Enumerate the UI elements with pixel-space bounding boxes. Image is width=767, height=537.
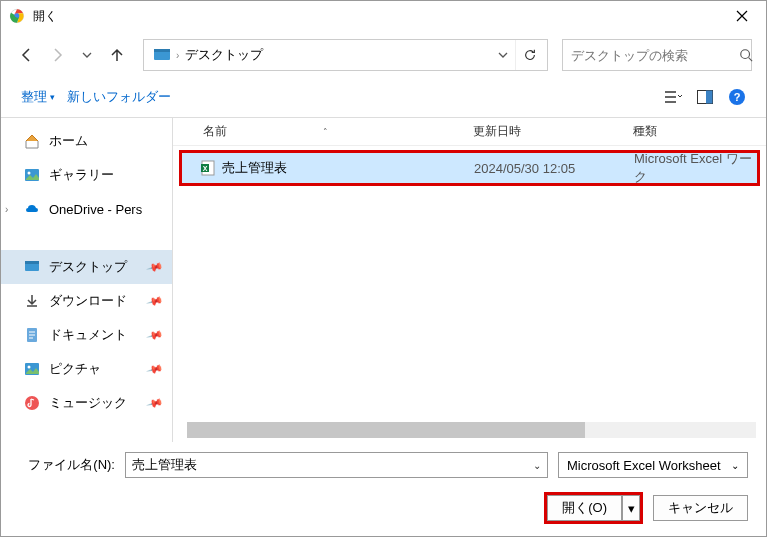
refresh-button[interactable] — [515, 40, 543, 70]
chevron-down-icon[interactable]: ⌄ — [533, 460, 541, 471]
desktop-icon — [23, 258, 41, 276]
search-icon — [739, 48, 753, 62]
sidebar-item-home[interactable]: ホーム — [1, 124, 172, 158]
svg-rect-12 — [25, 261, 39, 264]
filename-value: 売上管理表 — [132, 456, 197, 474]
nav-row: › デスクトップ — [1, 31, 766, 79]
documents-icon — [23, 326, 41, 344]
sidebar-label: ピクチャ — [49, 360, 101, 378]
downloads-icon — [23, 292, 41, 310]
sidebar-label: ミュージック — [49, 394, 127, 412]
highlight-annotation: X 売上管理表 2024/05/30 12:05 Microsoft Excel… — [179, 150, 760, 186]
search-input[interactable] — [571, 48, 739, 63]
pin-icon: 📌 — [146, 258, 165, 276]
titlebar: 開く — [1, 1, 766, 31]
toolbar: 整理▾ 新しいフォルダー ? — [1, 79, 766, 118]
open-button[interactable]: 開く(O) — [547, 495, 622, 521]
filename-label: ファイル名(N): — [19, 456, 115, 474]
view-menu[interactable] — [658, 83, 688, 111]
svg-text:X: X — [203, 165, 208, 172]
file-list[interactable]: X 売上管理表 2024/05/30 12:05 Microsoft Excel… — [173, 146, 766, 416]
back-button[interactable] — [15, 43, 39, 67]
recent-dropdown[interactable] — [75, 43, 99, 67]
sidebar: ホーム ギャラリー › OneDrive - Pers デスクトップ 📌 ダウン… — [1, 118, 173, 442]
sidebar-item-onedrive[interactable]: › OneDrive - Pers — [1, 192, 172, 226]
up-button[interactable] — [105, 43, 129, 67]
open-dialog: 開く › デスクトップ 整理▾ 新しいフォルダー ? — [0, 0, 767, 537]
chevron-down-icon[interactable]: ⌄ — [731, 460, 739, 471]
sidebar-label: ダウンロード — [49, 292, 127, 310]
new-folder-button[interactable]: 新しいフォルダー — [61, 84, 177, 110]
sidebar-item-desktop[interactable]: デスクトップ 📌 — [1, 250, 172, 284]
pin-icon: 📌 — [146, 326, 165, 344]
horizontal-scrollbar[interactable] — [187, 422, 756, 438]
search-box[interactable] — [562, 39, 752, 71]
sidebar-item-pictures[interactable]: ピクチャ 📌 — [1, 352, 172, 386]
breadcrumb[interactable]: デスクトップ — [179, 46, 269, 64]
column-headers: 名前˄ 更新日時 種類 — [173, 118, 766, 146]
excel-icon: X — [200, 160, 216, 176]
column-name[interactable]: 名前˄ — [173, 123, 473, 140]
bottom-panel: ファイル名(N): 売上管理表 ⌄ Microsoft Excel Worksh… — [1, 442, 766, 536]
sort-icon: ˄ — [323, 127, 328, 137]
expand-icon[interactable]: › — [5, 204, 8, 215]
file-pane: 名前˄ 更新日時 種類 X 売上管理表 2024/05/30 12:05 Mic… — [173, 118, 766, 442]
scrollbar-thumb[interactable] — [187, 422, 585, 438]
column-type[interactable]: 種類 — [633, 123, 766, 140]
cancel-button[interactable]: キャンセル — [653, 495, 748, 521]
svg-rect-3 — [154, 49, 170, 52]
sidebar-item-documents[interactable]: ドキュメント 📌 — [1, 318, 172, 352]
file-row[interactable]: X 売上管理表 2024/05/30 12:05 Microsoft Excel… — [182, 153, 757, 183]
dialog-title: 開く — [33, 8, 720, 25]
gallery-icon — [23, 166, 41, 184]
sidebar-label: デスクトップ — [49, 258, 127, 276]
column-date[interactable]: 更新日時 — [473, 123, 633, 140]
svg-point-16 — [25, 396, 39, 410]
home-icon — [23, 132, 41, 150]
address-bar[interactable]: › デスクトップ — [143, 39, 548, 71]
pin-icon: 📌 — [146, 292, 165, 310]
svg-rect-6 — [706, 91, 713, 104]
sidebar-item-downloads[interactable]: ダウンロード 📌 — [1, 284, 172, 318]
preview-pane-button[interactable] — [690, 83, 720, 111]
onedrive-icon — [23, 200, 41, 218]
filter-value: Microsoft Excel Worksheet — [567, 458, 721, 473]
body-area: ホーム ギャラリー › OneDrive - Pers デスクトップ 📌 ダウン… — [1, 118, 766, 442]
pin-icon: 📌 — [146, 360, 165, 378]
pictures-icon — [23, 360, 41, 378]
sidebar-item-music[interactable]: ミュージック 📌 — [1, 386, 172, 420]
organize-menu[interactable]: 整理▾ — [15, 84, 61, 110]
svg-point-10 — [28, 172, 31, 175]
music-icon — [23, 394, 41, 412]
chrome-icon — [9, 8, 25, 24]
close-button[interactable] — [720, 2, 764, 30]
sidebar-label: OneDrive - Pers — [49, 202, 142, 217]
help-button[interactable]: ? — [722, 83, 752, 111]
svg-point-15 — [28, 366, 31, 369]
desktop-folder-icon — [152, 45, 172, 65]
sidebar-item-gallery[interactable]: ギャラリー — [1, 158, 172, 192]
open-dropdown[interactable]: ▾ — [622, 495, 640, 521]
svg-point-4 — [741, 50, 750, 59]
sidebar-label: ドキュメント — [49, 326, 127, 344]
file-name: 売上管理表 — [222, 159, 287, 177]
address-dropdown[interactable] — [491, 49, 515, 61]
svg-text:?: ? — [734, 91, 741, 103]
file-date: 2024/05/30 12:05 — [474, 161, 634, 176]
filename-input[interactable]: 売上管理表 ⌄ — [125, 452, 548, 478]
highlight-annotation: 開く(O) ▾ — [544, 492, 643, 524]
pin-icon: 📌 — [146, 394, 165, 412]
forward-button[interactable] — [45, 43, 69, 67]
file-type: Microsoft Excel ワーク — [634, 150, 757, 186]
file-type-filter[interactable]: Microsoft Excel Worksheet ⌄ — [558, 452, 748, 478]
sidebar-label: ホーム — [49, 132, 88, 150]
sidebar-label: ギャラリー — [49, 166, 114, 184]
